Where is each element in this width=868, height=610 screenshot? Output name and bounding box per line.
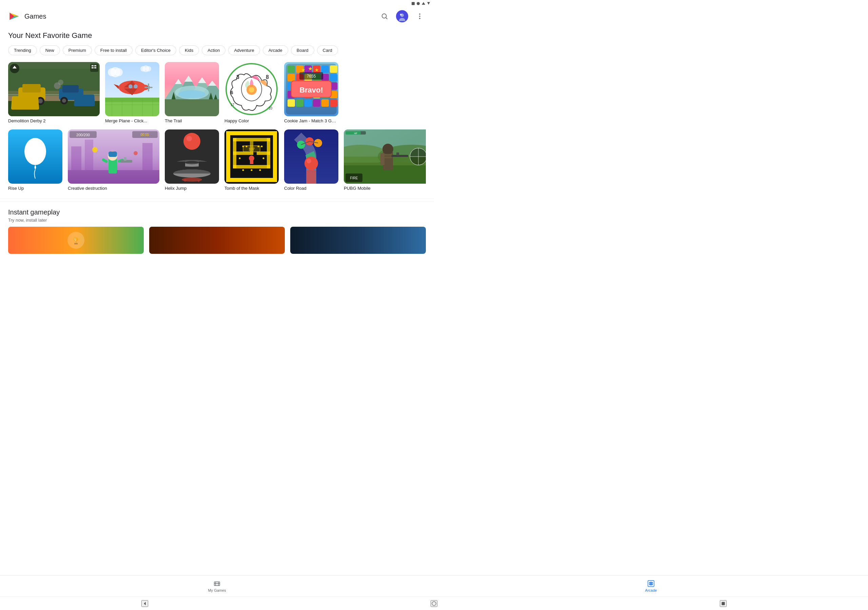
svg-point-8 <box>419 15 420 17</box>
svg-point-53 <box>140 66 146 71</box>
svg-rect-139 <box>124 157 127 161</box>
chip-adventure[interactable]: Adventure <box>228 45 260 55</box>
chip-premium[interactable]: Premium <box>63 45 92 55</box>
svg-rect-170 <box>233 155 236 169</box>
app-title: Games <box>25 12 46 20</box>
battery-icon <box>412 2 415 5</box>
svg-text:107: 107 <box>248 147 255 151</box>
game-card-cookiejam[interactable]: Bravo! 7655 ★ ★ ★ Cookie Jam - Match 3 G… <box>284 62 338 124</box>
svg-point-180 <box>239 157 241 159</box>
game-name-trail: The Trail <box>165 118 219 124</box>
instant-card-1[interactable]: 🏆 <box>8 227 144 254</box>
svg-rect-162 <box>273 131 277 182</box>
instant-subtitle: Try now, install later <box>8 218 426 223</box>
game-card-tomb[interactable]: 107 Tomb of the Mask <box>225 130 279 192</box>
svg-rect-161 <box>226 131 230 182</box>
svg-rect-166 <box>233 165 270 169</box>
svg-point-176 <box>242 146 244 147</box>
game-thumb-cookiejam: Bravo! 7655 ★ ★ ★ <box>284 62 338 116</box>
svg-point-186 <box>304 156 318 170</box>
game-thumb-demolition <box>8 62 100 116</box>
top-bar: Games <box>0 7 434 26</box>
svg-rect-94 <box>330 65 337 73</box>
chip-action[interactable]: Action <box>202 45 225 55</box>
instant-gameplay-section: Instant gameplay Try now, install later … <box>0 201 434 258</box>
game-card-trail[interactable]: The Trail <box>165 62 219 124</box>
game-card-pubg[interactable]: FIRE HP PUBG Mobile <box>344 130 426 192</box>
game-card-colorroad[interactable]: Color Road <box>284 130 338 192</box>
search-icon <box>381 12 388 20</box>
svg-rect-150 <box>175 162 185 169</box>
chip-card[interactable]: Card <box>317 45 338 55</box>
search-button[interactable] <box>378 10 391 22</box>
svg-text:200/200: 200/200 <box>76 133 90 137</box>
game-thumb-trail <box>165 62 219 116</box>
game-name-demolition: Demolition Derby 2 <box>8 118 100 124</box>
svg-rect-135 <box>108 152 117 157</box>
svg-point-28 <box>58 80 64 85</box>
svg-point-181 <box>263 157 265 159</box>
svg-text:FIRE: FIRE <box>350 176 358 180</box>
game-thumb-happycolor: 3 8 6 10 17 <box>225 62 279 116</box>
game-thumb-creative: 200/200 <box>68 130 160 184</box>
svg-text:10: 10 <box>268 107 273 110</box>
chip-arcade[interactable]: Arcade <box>263 45 288 55</box>
chip-new[interactable]: New <box>40 45 60 55</box>
svg-point-17 <box>21 97 29 105</box>
avatar-button[interactable] <box>396 10 408 22</box>
more-vert-icon <box>416 12 423 20</box>
game-name-tomb: Tomb of the Mask <box>225 186 279 192</box>
game-name-colorroad: Color Road <box>284 186 338 192</box>
game-card-riseup[interactable]: Rise Up <box>8 130 62 192</box>
logo-area: Games <box>8 10 378 22</box>
svg-rect-171 <box>267 155 270 169</box>
svg-point-26 <box>76 99 81 103</box>
svg-point-20 <box>38 99 43 103</box>
svg-point-25 <box>74 97 82 104</box>
chip-board[interactable]: Board <box>291 45 314 55</box>
chip-kids[interactable]: Kids <box>179 45 199 55</box>
svg-point-128 <box>25 138 46 165</box>
svg-text:★: ★ <box>308 66 313 71</box>
game-name-creative: Creative destruction <box>68 186 160 192</box>
top-actions <box>378 10 426 22</box>
svg-rect-204 <box>384 154 392 156</box>
chip-trending[interactable]: Trending <box>8 45 37 55</box>
svg-rect-113 <box>288 99 295 107</box>
chip-freetoinstall[interactable]: Free to install <box>95 45 133 55</box>
svg-line-2 <box>386 18 387 19</box>
game-thumb-tomb: 107 <box>225 130 279 184</box>
avatar <box>396 10 408 22</box>
svg-point-183 <box>251 169 253 171</box>
svg-point-156 <box>184 179 186 182</box>
svg-point-184 <box>259 169 261 171</box>
game-card-happycolor[interactable]: 3 8 6 10 17 <box>225 62 279 124</box>
svg-text:★: ★ <box>301 67 305 73</box>
instant-card-2[interactable] <box>149 227 285 254</box>
chip-editorschoice[interactable]: Editor's Choice <box>135 45 176 55</box>
svg-point-86 <box>249 87 254 93</box>
svg-rect-160 <box>226 178 277 182</box>
svg-rect-159 <box>226 131 277 135</box>
svg-point-179 <box>261 146 263 147</box>
section-title: Your Next Favorite Game <box>0 26 434 43</box>
svg-rect-168 <box>267 138 270 155</box>
svg-rect-35 <box>94 67 96 68</box>
svg-text:HP: HP <box>354 132 357 135</box>
svg-rect-89 <box>288 65 295 73</box>
svg-rect-175 <box>250 160 253 164</box>
svg-rect-116 <box>313 99 321 107</box>
svg-point-51 <box>115 68 123 76</box>
svg-rect-218 <box>290 227 426 254</box>
svg-rect-114 <box>296 99 304 107</box>
instant-card-3[interactable] <box>290 227 426 254</box>
svg-text:17: 17 <box>231 103 235 107</box>
more-options-button[interactable] <box>414 10 426 22</box>
game-name-riseup: Rise Up <box>8 186 62 192</box>
svg-rect-16 <box>22 84 41 93</box>
game-thumb-mergeplane <box>105 62 160 116</box>
game-card-demolition[interactable]: Demolition Derby 2 <box>8 62 100 124</box>
game-card-helix[interactable]: Helix Jump <box>165 130 219 192</box>
game-card-creative[interactable]: 200/200 <box>68 130 160 192</box>
game-card-mergeplane[interactable]: Merge Plane - Click... <box>105 62 160 124</box>
